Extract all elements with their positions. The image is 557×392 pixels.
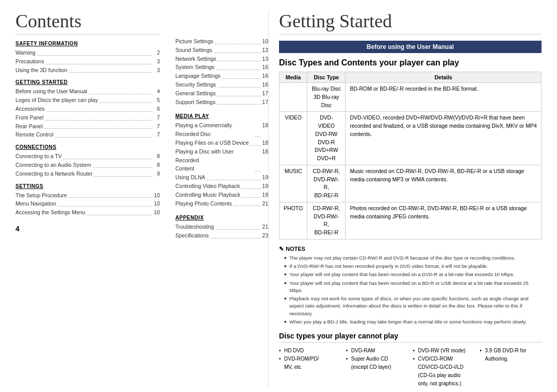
toc-network: Network Settings13	[175, 55, 268, 63]
cannot-play-dvdrom: DVD-ROM/PD/MV, etc	[279, 355, 341, 371]
note-item: Playback may not work for some types of …	[284, 295, 542, 317]
cell-details-bluray: BD-ROM or BD-RE/-R recorded in the BD-RE…	[346, 83, 542, 112]
cannot-play-dvdrw-vr: DVD-RW (VR mode)	[413, 347, 475, 355]
before-using-banner: Before using the User Manual	[279, 41, 542, 53]
toc-support: Support Settings17	[175, 98, 268, 107]
cell-disctype-photo: CD-RW/-R,DVD-RW/-R,BD-RE/-R	[307, 202, 346, 239]
toc-setup: The Setup Procedure10	[15, 191, 160, 200]
notes-title: ✎ NOTES	[279, 246, 542, 252]
cannot-play-dvdram: DVD-RAM	[346, 347, 408, 355]
toc-logos: Logos of Discs the player can play5	[15, 96, 160, 105]
cell-media-music: MUSIC	[280, 165, 307, 202]
toc-menu-nav: Menu Navigation10	[15, 199, 160, 208]
cannot-play-cvd: CVD/CD-ROM/CDV/CD-G/CD-I/LD(CD-Gs play a…	[413, 355, 475, 388]
toc-security: Security Settings16	[175, 80, 268, 89]
cell-details-photo: Photos recorded on CD-RW/-R, DVD-RW/-R, …	[346, 202, 542, 239]
table-header-media: Media	[280, 72, 307, 83]
cannot-play-sacd: Super Audio CD(except CD layer)	[346, 355, 408, 371]
getting-started-title: Getting Started	[279, 10, 542, 35]
toc-troubleshooting: Troubleshooting21	[175, 223, 268, 231]
toc-accessories: Accessories6	[15, 105, 160, 113]
note-item: Your player will not play content that h…	[284, 280, 542, 295]
getting-started-section: Getting Started Before using the User Ma…	[268, 10, 542, 388]
cell-media-bluray	[280, 83, 307, 112]
toc-precautions: Precautions3	[15, 57, 160, 66]
middle-toc: Picture Settings10 Sound Settings12 Netw…	[175, 10, 268, 388]
cell-disctype-music: CD-RW/-R,DVD-RW/-R,BD-RE/-R	[307, 165, 346, 202]
cell-details-video: DVD-VIDEO, recorded DVD+RW/DVD-RW(V)/DVD…	[346, 112, 542, 165]
table-header-disc-type: Disc Type	[307, 72, 346, 83]
cell-media-video: VIDEO	[280, 112, 307, 165]
toc-picture: Picture Settings10	[175, 37, 268, 46]
note-item: The player may not play certain CD-RW/-R…	[284, 254, 542, 262]
cell-disctype-bluray: Blu-ray Disc3D Blu-ray Disc	[307, 83, 346, 112]
cannot-play-col1: HD DVD DVD-ROM/PD/MV, etc	[279, 347, 341, 388]
left-column: Contents SAFETY INFORMATION Warning2 Pre…	[15, 10, 160, 388]
notes-section: ✎ NOTES The player may not play certain …	[279, 246, 542, 326]
table-row-photo: PHOTO CD-RW/-R,DVD-RW/-R,BD-RE/-R Photos…	[280, 202, 542, 239]
toc-photo-contents: Playing Photo Contents21	[175, 199, 268, 208]
notes-icon: ✎	[279, 246, 284, 252]
cannot-play-col4: 3.9 GB DVD-R for Authoring.	[480, 347, 542, 388]
toc-commercially-recorded: Playing a Commercially Recorded Disc18	[175, 121, 268, 139]
toc-warning: Warning2	[15, 48, 160, 57]
table-row-video: VIDEO DVD-VIDEODVD-RWDVD-RDVD+RWDVD+R DV…	[280, 112, 542, 165]
notes-list: The player may not play certain CD-RW/-R…	[279, 254, 542, 326]
table-row-bluray: Blu-ray Disc3D Blu-ray Disc BD-ROM or BD…	[280, 83, 542, 112]
toc-system: System Settings16	[175, 63, 268, 72]
cannot-play-col3: DVD-RW (VR mode) CVD/CD-ROM/CDV/CD-G/CD-…	[413, 347, 475, 388]
toc-dlna: Using DLNA19	[175, 173, 268, 182]
cell-disctype-video: DVD-VIDEODVD-RWDVD-RDVD+RWDVD+R	[307, 112, 346, 165]
toc-music-playback: Controlling Music Playback19	[175, 191, 268, 199]
toc-video-playback: Controlling Video Playback19	[175, 182, 268, 191]
toc-usb-files: Playing Files on a USB Device18	[175, 139, 268, 147]
toc-rear-panel: Rear Panel7	[15, 122, 160, 131]
toc-front-panel: Front Panel7	[15, 113, 160, 122]
page-number: 4	[15, 225, 160, 233]
table-row-music: MUSIC CD-RW/-R,DVD-RW/-R,BD-RE/-R Music …	[280, 165, 542, 202]
toc-remote-control: Remote Control7	[15, 130, 160, 139]
note-item: When you play a BD-J title, loading may …	[284, 318, 542, 326]
toc-before-using: Before using the User Manual4	[15, 87, 160, 96]
toc-connecting-audio: Connecting to an Audio System8	[15, 161, 160, 169]
cell-details-music: Music recorded on CD-RW/-R, DVD-RW/-R, B…	[346, 165, 542, 202]
toc-language: Language Settings16	[175, 72, 268, 80]
media-play-heading: MEDIA PLAY	[175, 113, 268, 119]
cannot-play-hddvd: HD DVD	[279, 347, 341, 355]
toc-connecting-tv: Connecting to a TV8	[15, 152, 160, 161]
cannot-play-grid: HD DVD DVD-ROM/PD/MV, etc DVD-RAM Super …	[279, 347, 542, 388]
appendix-heading: APPENDIX	[175, 215, 268, 220]
toc-3d-function: Using the 3D function3	[15, 66, 160, 75]
disc-types-title: Disc Types and Contents your player can …	[279, 58, 542, 67]
table-header-details: Details	[346, 72, 542, 83]
note-item: Your player will not play content that h…	[284, 271, 542, 278]
cannot-play-col2: DVD-RAM Super Audio CD(except CD layer)	[346, 347, 408, 388]
toc-sound: Sound Settings12	[175, 46, 268, 55]
toc-specifications: Specifications23	[175, 231, 268, 240]
disc-types-table: Media Disc Type Details Blu-ray Disc3D B…	[279, 72, 542, 240]
getting-started-heading: GETTING STARTED	[15, 79, 160, 85]
toc-general: General Settings17	[175, 89, 268, 98]
cell-media-photo: PHOTO	[280, 202, 307, 239]
toc-connecting-network: Connecting to a Network Router9	[15, 169, 160, 178]
cannot-play-39gb: 3.9 GB DVD-R for Authoring.	[480, 347, 542, 363]
connections-heading: CONNECTIONS	[15, 144, 160, 150]
settings-heading: SETTINGS	[15, 183, 160, 189]
cannot-play-title: Disc types your player cannot play	[279, 332, 542, 343]
note-item: If a DVD-RW/-R has not been recorded pro…	[284, 263, 542, 270]
contents-title: Contents	[15, 10, 160, 35]
toc-settings-menu: Accessing the Settings Menu10	[15, 208, 160, 217]
toc-user-recorded: Playing a Disc with User RecordedContent…	[175, 147, 268, 173]
safety-info-heading: SAFETY INFORMATION	[15, 41, 160, 46]
